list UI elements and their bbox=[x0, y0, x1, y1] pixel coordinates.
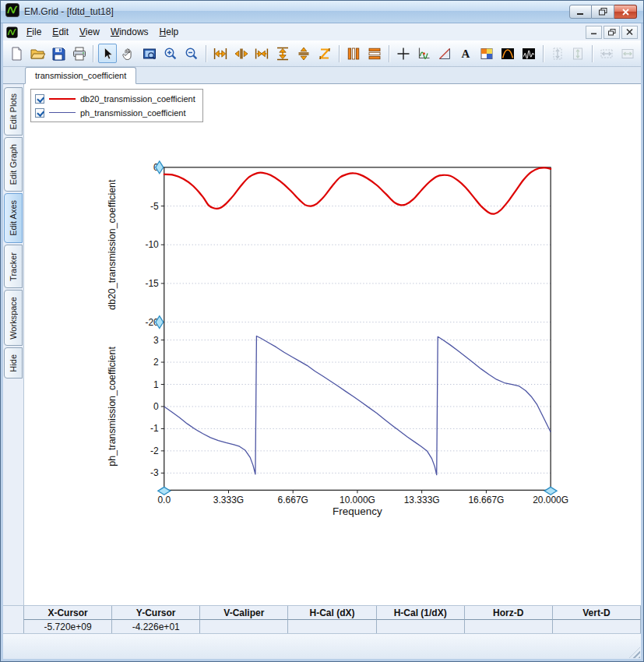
tick-labels: 0-5-10-15-203210-1-2-30.03.333G6.667G10.… bbox=[145, 162, 568, 505]
side-tab-edit-plots[interactable]: Edit Plots bbox=[4, 87, 23, 136]
vertical-bars-button[interactable] bbox=[344, 44, 363, 63]
readout-value-3 bbox=[288, 620, 376, 634]
select-region-vertical-button bbox=[548, 44, 567, 63]
color-grid-button[interactable] bbox=[477, 44, 496, 63]
fft-icon bbox=[500, 46, 516, 62]
side-tab-workspace[interactable]: Workspace bbox=[4, 290, 23, 346]
caliper-icon bbox=[437, 46, 452, 62]
readout-header-4: H-Cal (1/dX) bbox=[377, 606, 465, 620]
curve-tracker-button[interactable] bbox=[414, 44, 433, 63]
horizontal-bars-icon bbox=[367, 46, 382, 62]
restore-button[interactable] bbox=[592, 5, 614, 19]
fit-y-icon bbox=[275, 46, 290, 62]
svg-text:13.333G: 13.333G bbox=[404, 495, 440, 505]
status-bar bbox=[3, 633, 641, 659]
zoom-in-icon bbox=[163, 46, 178, 62]
readout-header-row: X-CursorY-CursorV-CaliperH-Cal (dX)H-Cal… bbox=[23, 606, 641, 620]
legend-checkbox-1[interactable] bbox=[35, 108, 44, 118]
gridlines bbox=[164, 206, 551, 474]
shrink-x-button[interactable] bbox=[252, 44, 271, 63]
mdi-close-button[interactable] bbox=[621, 26, 638, 39]
svg-text:0.0: 0.0 bbox=[157, 495, 171, 505]
wavelet-button[interactable] bbox=[519, 44, 538, 63]
side-tab-label: Workspace bbox=[9, 297, 18, 340]
side-tab-label: Tracker bbox=[9, 252, 18, 281]
zoom-in-button[interactable] bbox=[161, 44, 180, 63]
menu-edit[interactable]: Edit bbox=[47, 25, 74, 39]
zoom-window-button[interactable] bbox=[140, 44, 159, 63]
fit-y-button[interactable] bbox=[273, 44, 292, 63]
crosshair-button[interactable] bbox=[394, 44, 413, 63]
svg-text:A: A bbox=[462, 48, 470, 60]
pan-hand-button[interactable] bbox=[119, 44, 138, 63]
fit-region-vertical-icon bbox=[570, 46, 586, 62]
readout-value-2 bbox=[200, 620, 288, 634]
menu-file[interactable]: File bbox=[21, 25, 47, 39]
x-axis-left-handle[interactable] bbox=[158, 487, 171, 495]
close-button[interactable] bbox=[614, 5, 637, 19]
save-button[interactable] bbox=[49, 44, 68, 63]
y-axis-label-db20: db20_transmission_coefficient bbox=[107, 179, 118, 310]
x-axis-right-handle[interactable] bbox=[544, 487, 557, 495]
menu-help[interactable]: Help bbox=[154, 25, 185, 39]
document-logo-icon bbox=[6, 26, 18, 38]
minimize-button[interactable] bbox=[569, 5, 592, 19]
svg-text:16.667G: 16.667G bbox=[468, 495, 504, 505]
open-file-icon bbox=[30, 46, 45, 62]
side-tab-label: Hide bbox=[9, 354, 18, 372]
print-button[interactable] bbox=[70, 44, 89, 63]
side-tab-edit-graph[interactable]: Edit Graph bbox=[4, 137, 23, 192]
menu-view[interactable]: View bbox=[74, 25, 105, 39]
y-axis-label-ph: ph_transmission_coefficient bbox=[107, 347, 118, 467]
readout-header-1: Y-Cursor bbox=[112, 606, 200, 620]
expand-x-button[interactable] bbox=[232, 44, 251, 63]
side-tab-tracker[interactable]: Tracker bbox=[4, 245, 23, 288]
open-file-button[interactable] bbox=[28, 44, 47, 63]
legend-line-sample bbox=[49, 112, 76, 113]
toolbar-separator bbox=[592, 45, 593, 62]
tab-transmission-coefficient[interactable]: transmission_coefficient bbox=[25, 67, 136, 84]
main-content: Edit PlotsEdit GraphEdit AxesTrackerWork… bbox=[3, 84, 641, 605]
select-cursor-button[interactable] bbox=[98, 44, 117, 63]
toolbar-separator bbox=[543, 45, 544, 62]
readout-value-4 bbox=[377, 620, 465, 634]
menu-windows[interactable]: Windows bbox=[105, 25, 154, 39]
side-tab-edit-axes[interactable]: Edit Axes bbox=[4, 193, 23, 243]
new-document-button[interactable] bbox=[7, 44, 26, 63]
zoom-window-icon bbox=[142, 46, 157, 62]
expand-y-button[interactable] bbox=[294, 44, 313, 63]
plot-canvas[interactable]: 0-5-10-15-203210-1-2-30.03.333G6.667G10.… bbox=[24, 84, 641, 604]
legend-label: db20_transmission_coefficient bbox=[80, 94, 195, 104]
svg-text:3: 3 bbox=[153, 335, 159, 346]
plot-panel: 0-5-10-15-203210-1-2-30.03.333G6.667G10.… bbox=[23, 84, 641, 605]
readout-header-2: V-Caliper bbox=[200, 606, 288, 620]
add-text-button[interactable]: A bbox=[456, 44, 475, 63]
zoom-out-button[interactable] bbox=[182, 44, 201, 63]
side-tab-hide[interactable]: Hide bbox=[4, 347, 23, 379]
svg-text:1: 1 bbox=[153, 379, 159, 390]
fit-x-button[interactable] bbox=[211, 44, 230, 63]
print-icon bbox=[72, 46, 87, 62]
side-tab-strip: Edit PlotsEdit GraphEdit AxesTrackerWork… bbox=[3, 84, 23, 605]
app-logo-icon bbox=[5, 3, 19, 20]
mdi-restore-button[interactable] bbox=[604, 26, 620, 39]
window-title: EM.Grid - [fdtd_tut18] bbox=[24, 6, 114, 17]
pan-hand-icon bbox=[121, 46, 136, 62]
svg-text:3.333G: 3.333G bbox=[213, 495, 244, 505]
mdi-minimize-button[interactable] bbox=[586, 26, 602, 39]
caliper-button[interactable] bbox=[435, 44, 454, 63]
svg-text:-15: -15 bbox=[145, 278, 159, 289]
fft-button[interactable] bbox=[498, 44, 517, 63]
db20-transmission-curve bbox=[164, 167, 551, 213]
select-region-horizontal-icon bbox=[599, 46, 614, 62]
cursor-readout: X-CursorY-CursorV-CaliperH-Cal (dX)H-Cal… bbox=[3, 605, 641, 633]
horizontal-bars-button[interactable] bbox=[365, 44, 384, 63]
new-document-icon bbox=[9, 46, 24, 62]
legend-checkbox-0[interactable] bbox=[35, 94, 44, 104]
toolbar-separator bbox=[339, 45, 340, 62]
resize-grip[interactable] bbox=[629, 647, 640, 658]
readout-value-row: -5.720e+09-4.226e+01 bbox=[23, 620, 641, 634]
fit-region-horizontal-icon bbox=[620, 46, 635, 62]
autoscale-xy-button[interactable] bbox=[315, 44, 334, 63]
autoscale-xy-icon bbox=[317, 46, 333, 62]
